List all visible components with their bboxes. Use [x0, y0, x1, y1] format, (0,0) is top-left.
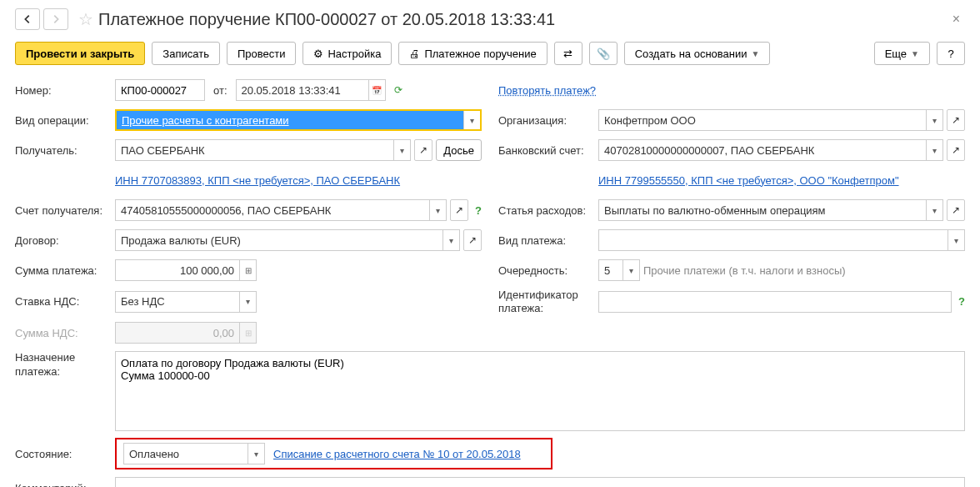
expense-combo[interactable]: Выплаты по валютно-обменным операциям ▾: [598, 199, 943, 221]
date-value: 20.05.2018 13:33:41: [237, 80, 368, 100]
calendar-icon[interactable]: 📅: [368, 80, 385, 100]
calculator-icon: ⊞: [239, 323, 256, 343]
open-icon[interactable]: ↗: [947, 199, 965, 221]
help-icon[interactable]: ?: [958, 295, 965, 308]
create-based-label: Создать на основании: [635, 48, 748, 60]
page-title: Платежное поручение КП00-000027 от 20.05…: [98, 10, 948, 29]
open-icon[interactable]: ↗: [414, 139, 432, 161]
printer-icon: 🖨: [409, 48, 420, 60]
payee-value: ПАО СБЕРБАНК: [116, 140, 393, 160]
chevron-down-icon: ▼: [911, 49, 919, 58]
status-document-link[interactable]: Списание с расчетного счета № 10 от 20.0…: [273, 448, 521, 460]
chevron-down-icon[interactable]: ▾: [463, 111, 480, 129]
org-combo[interactable]: Конфетпром ООО ▾: [598, 109, 943, 131]
vat-sum-value: 0,00: [116, 323, 239, 343]
status-label: Состояние:: [15, 448, 115, 460]
arrow-left-icon: [22, 13, 33, 25]
contract-value: Продажа валюты (EUR): [116, 230, 442, 250]
more-label: Еще: [885, 48, 907, 60]
status-combo[interactable]: Оплачено ▾: [123, 443, 265, 464]
chevron-down-icon[interactable]: ▾: [239, 292, 256, 312]
priority-combo[interactable]: 5 ▾: [598, 259, 640, 281]
open-icon[interactable]: ↗: [947, 139, 965, 161]
chevron-down-icon[interactable]: ▾: [948, 230, 964, 250]
comment-input[interactable]: [115, 477, 965, 487]
number-label: Номер:: [15, 84, 115, 97]
purpose-textarea[interactable]: [115, 351, 965, 431]
priority-hint: Прочие платежи (в т.ч. налоги и взносы): [643, 264, 846, 277]
post-button[interactable]: Провести: [227, 42, 297, 65]
date-field[interactable]: 20.05.2018 13:33:41 📅: [236, 79, 386, 101]
chevron-down-icon[interactable]: ▾: [393, 140, 410, 160]
chevron-down-icon[interactable]: ▾: [248, 444, 264, 464]
payee-inn-link[interactable]: ИНН 7707083893, КПП <не требуется>, ПАО …: [115, 174, 400, 187]
pay-type-label: Вид платежа:: [498, 234, 598, 247]
contract-combo[interactable]: Продажа валюты (EUR) ▾: [115, 229, 460, 251]
chevron-down-icon[interactable]: ▾: [926, 110, 942, 130]
settings-button[interactable]: ⚙ Настройка: [302, 42, 392, 65]
bank-acc-value: 40702810000000000007, ПАО СБЕРБАНК: [599, 140, 926, 160]
chevron-down-icon[interactable]: ▾: [429, 200, 446, 220]
refresh-icon[interactable]: ⟳: [389, 79, 408, 101]
date-label: от:: [213, 84, 228, 97]
arrow-right-icon: [50, 13, 62, 25]
structure-icon: ⇄: [563, 48, 572, 60]
expense-label: Статья расходов:: [498, 204, 598, 217]
close-icon[interactable]: ×: [948, 12, 965, 27]
favorite-star-icon[interactable]: ☆: [78, 9, 93, 29]
org-inn-link[interactable]: ИНН 7799555550, КПП <не требуется>, ООО …: [598, 174, 899, 187]
more-button[interactable]: Еще ▼: [874, 42, 930, 65]
priority-value: 5: [599, 260, 622, 280]
post-close-button[interactable]: Провести и закрыть: [15, 42, 145, 65]
number-input[interactable]: [115, 79, 205, 101]
pay-type-combo[interactable]: ▾: [598, 229, 965, 251]
org-value: Конфетпром ООО: [599, 110, 926, 130]
status-value: Оплачено: [124, 444, 248, 464]
repeat-payment-link[interactable]: Повторять платеж?: [498, 84, 596, 97]
sum-field[interactable]: 100 000,00 ⊞: [115, 259, 257, 281]
help-icon: ?: [948, 48, 953, 60]
status-box: Оплачено ▾ Списание с расчетного счета №…: [115, 438, 552, 469]
open-icon[interactable]: ↗: [450, 199, 468, 221]
payee-acc-label: Счет получателя:: [15, 204, 115, 217]
vat-sum-field: 0,00 ⊞: [115, 322, 257, 344]
chevron-down-icon[interactable]: ▾: [622, 260, 639, 280]
calculator-icon[interactable]: ⊞: [239, 260, 256, 280]
sum-label: Сумма платежа:: [15, 264, 115, 277]
sum-value: 100 000,00: [116, 260, 239, 280]
chevron-down-icon[interactable]: ▾: [926, 140, 942, 160]
bank-acc-combo[interactable]: 40702810000000000007, ПАО СБЕРБАНК ▾: [598, 139, 943, 161]
op-type-label: Вид операции:: [15, 114, 115, 127]
vat-rate-value: Без НДС: [116, 292, 239, 312]
help-icon[interactable]: ?: [475, 204, 482, 217]
pay-id-label: Идентификатор платежа:: [498, 289, 598, 314]
payee-label: Получатель:: [15, 144, 115, 157]
help-button[interactable]: ?: [937, 42, 965, 65]
open-icon[interactable]: ↗: [947, 109, 965, 131]
bank-acc-label: Банковский счет:: [498, 144, 598, 157]
attachment-button[interactable]: 📎: [589, 42, 618, 65]
nav-forward-button[interactable]: [43, 8, 68, 30]
gear-icon: ⚙: [313, 48, 323, 60]
comment-label: Комментарий:: [15, 482, 115, 487]
create-based-button[interactable]: Создать на основании ▼: [624, 42, 771, 65]
dossier-button[interactable]: Досье: [436, 139, 482, 161]
op-type-combo[interactable]: Прочие расчеты с контрагентами ▾: [115, 109, 482, 131]
toolbar: Провести и закрыть Записать Провести ⚙ Н…: [15, 42, 965, 65]
payee-acc-value: 47405810555000000056, ПАО СБЕРБАНК: [116, 200, 429, 220]
chevron-down-icon[interactable]: ▾: [926, 200, 942, 220]
print-button[interactable]: 🖨 Платежное поручение: [398, 42, 547, 65]
org-label: Организация:: [498, 114, 598, 127]
payee-acc-combo[interactable]: 47405810555000000056, ПАО СБЕРБАНК ▾: [115, 199, 447, 221]
chevron-down-icon[interactable]: ▾: [442, 230, 459, 250]
nav-back-button[interactable]: [15, 8, 40, 30]
vat-rate-combo[interactable]: Без НДС ▾: [115, 291, 257, 313]
open-icon[interactable]: ↗: [463, 229, 482, 251]
vat-sum-label: Сумма НДС:: [15, 327, 115, 339]
contract-label: Договор:: [15, 234, 115, 247]
pay-id-input[interactable]: [598, 291, 952, 313]
save-button[interactable]: Записать: [152, 42, 220, 65]
structure-button[interactable]: ⇄: [554, 42, 582, 65]
payee-combo[interactable]: ПАО СБЕРБАНК ▾: [115, 139, 411, 161]
print-label: Платежное поручение: [424, 48, 536, 60]
